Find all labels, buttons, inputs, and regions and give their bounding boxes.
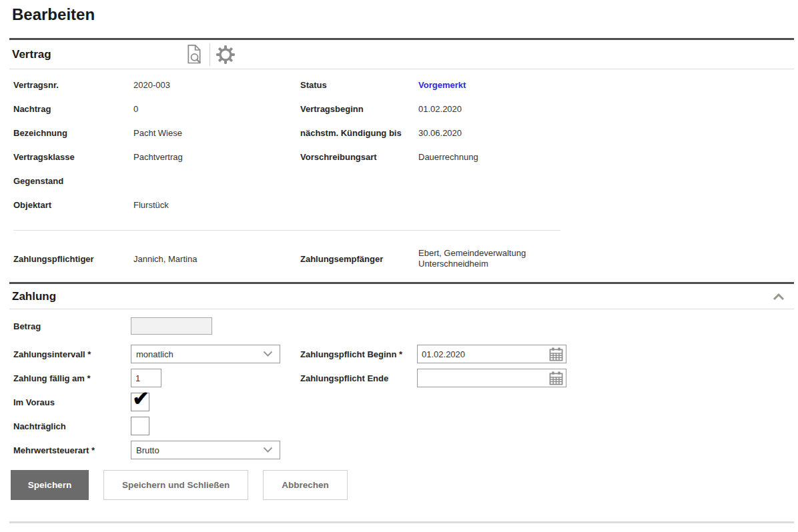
field-label: Bezeichnung xyxy=(13,128,133,138)
status-badge: Vorgemerkt xyxy=(418,80,794,90)
field-value: 0 xyxy=(133,104,300,114)
action-button-row: Speichern Speichern und Schließen Abbrec… xyxy=(11,470,794,500)
zahlungsintervall-label: Zahlungsintervall * xyxy=(13,349,131,359)
zahlungspflicht-beginn-label: Zahlungspflicht Beginn * xyxy=(300,349,417,359)
field-label: Vertragsnr. xyxy=(13,80,133,90)
zahlungspflicht-ende-datefield xyxy=(417,369,566,387)
field-row-nachtrag-vertragsbeginn: Nachtrag 0 Vertragsbeginn 01.02.2020 xyxy=(9,97,794,121)
form-row-betrag: Betrag xyxy=(13,317,794,335)
nachtraeglich-checkbox[interactable] xyxy=(131,417,149,435)
form-row-faellig-ende: Zahlung fällig am * Zahlungspflicht Ende xyxy=(13,369,794,387)
page-title: Bearbeiten xyxy=(9,0,794,38)
calendar-icon xyxy=(549,371,563,385)
betrag-label: Betrag xyxy=(13,321,131,331)
zahlungsintervall-selected-value: monatlich xyxy=(136,349,173,359)
zahlung-section-header: Zahlung xyxy=(9,282,794,309)
form-row-im-voraus: Im Voraus ✔ xyxy=(13,393,794,411)
save-and-close-button[interactable]: Speichern und Schließen xyxy=(103,470,248,500)
im-voraus-label: Im Voraus xyxy=(13,397,131,407)
zahlungspflicht-beginn-datefield xyxy=(417,345,566,363)
field-value: 01.02.2020 xyxy=(418,104,794,114)
zahlung-faellig-am-input[interactable] xyxy=(131,369,161,387)
calendar-icon xyxy=(549,347,563,361)
field-label: Zahlungsempfänger xyxy=(300,254,418,264)
field-label: Nachtrag xyxy=(13,104,133,114)
field-row-parties: Zahlungspflichtiger Jannich, Martina Zah… xyxy=(9,244,794,273)
field-value: Pacht Wiese xyxy=(133,128,300,138)
zahlungspflicht-ende-input[interactable] xyxy=(418,370,549,386)
field-label: Vertragsklasse xyxy=(13,152,133,162)
form-row-nachtraeglich: Nachträglich xyxy=(13,417,794,435)
form-row-mehrwertsteuerart: Mehrwertsteuerart * Brutto xyxy=(13,441,794,459)
field-row-bezeichnung-kuendigung: Bezeichnung Pacht Wiese nächstm. Kündigu… xyxy=(9,121,794,145)
nachtraeglich-label: Nachträglich xyxy=(13,421,131,431)
field-row-objektart: Objektart Flurstück xyxy=(9,193,794,217)
vertrag-section-header: Vertrag xyxy=(9,38,794,69)
field-label: Status xyxy=(300,80,418,90)
chevron-up-icon xyxy=(773,293,785,301)
field-label: Zahlungspflichtiger xyxy=(13,254,133,264)
zahlungsintervall-select[interactable]: monatlich xyxy=(131,345,280,363)
zahlungspflicht-ende-calendar-button[interactable] xyxy=(549,371,566,385)
toolbar-divider xyxy=(210,43,210,66)
checkmark-icon: ✔ xyxy=(132,389,149,409)
settings-button[interactable] xyxy=(212,40,239,69)
field-label: Vertragsbeginn xyxy=(300,104,418,114)
mehrwertsteuerart-label: Mehrwertsteuerart * xyxy=(13,445,131,455)
chevron-down-icon xyxy=(263,351,273,357)
field-value: Flurstück xyxy=(133,200,300,210)
field-value: Dauerrechnung xyxy=(418,152,794,162)
field-label: Vorschreibungsart xyxy=(300,152,418,162)
field-value: Ebert, Gemeindeverwaltung Unterschneidhe… xyxy=(418,248,575,269)
betrag-field xyxy=(131,317,212,335)
vertrag-section-title: Vertrag xyxy=(9,48,181,61)
zahlung-section-title: Zahlung xyxy=(9,290,56,303)
field-label: nächstm. Kündigung bis xyxy=(300,128,418,138)
mehrwertsteuerart-selected-value: Brutto xyxy=(136,445,159,455)
gear-icon xyxy=(216,45,236,65)
zahlungspflicht-ende-label: Zahlungspflicht Ende xyxy=(300,373,417,383)
form-row-intervall-beginn: Zahlungsintervall * monatlich Zahlungspf… xyxy=(13,345,794,363)
field-row-vertragsnr-status: Vertragsnr. 2020-003 Status Vorgemerkt xyxy=(9,73,794,97)
document-search-icon xyxy=(185,44,203,65)
zahlung-section-body: Betrag Zahlungsintervall * monatlich Zah… xyxy=(9,309,794,459)
bottom-divider xyxy=(9,521,794,523)
im-voraus-checkbox[interactable]: ✔ xyxy=(131,393,149,411)
parties-divider xyxy=(13,230,560,231)
field-label: Objektart xyxy=(13,200,133,210)
edit-page: Bearbeiten Vertrag xyxy=(9,0,794,523)
save-button[interactable]: Speichern xyxy=(11,470,89,500)
field-value: 30.06.2020 xyxy=(418,128,794,138)
vertrag-section-body: Vertragsnr. 2020-003 Status Vorgemerkt N… xyxy=(9,69,794,282)
zahlung-faellig-am-label: Zahlung fällig am * xyxy=(13,373,131,383)
field-row-vertragsklasse-vorschreibungsart: Vertragsklasse Pachtvertrag Vorschreibun… xyxy=(9,145,794,169)
zahlungspflicht-beginn-calendar-button[interactable] xyxy=(549,347,566,361)
field-value: 2020-003 xyxy=(133,80,300,90)
field-value: Jannich, Martina xyxy=(133,254,300,264)
field-value: Pachtvertrag xyxy=(133,152,300,162)
field-label: Gegenstand xyxy=(13,176,133,186)
collapse-section-button[interactable] xyxy=(773,293,794,301)
mehrwertsteuerart-select[interactable]: Brutto xyxy=(131,441,280,459)
chevron-down-icon xyxy=(263,447,273,453)
zahlungspflicht-beginn-input[interactable] xyxy=(418,346,549,362)
document-preview-button[interactable] xyxy=(181,40,208,69)
vertrag-toolbar xyxy=(181,40,239,69)
field-row-gegenstand: Gegenstand xyxy=(9,169,794,193)
cancel-button[interactable]: Abbrechen xyxy=(263,470,348,500)
